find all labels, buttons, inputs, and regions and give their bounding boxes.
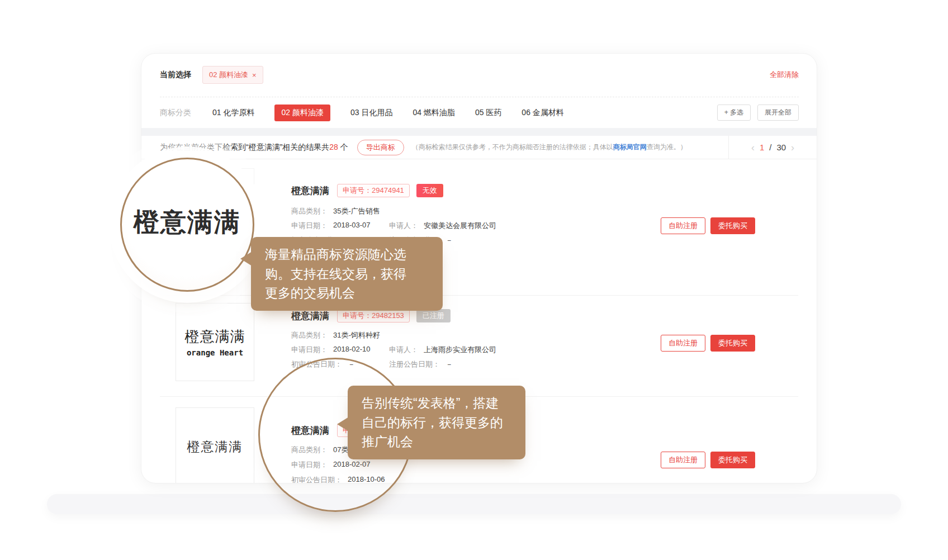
tab-04-fuel-grease[interactable]: 04 燃料油脂 xyxy=(413,108,454,118)
selected-filter-tag[interactable]: 02 颜料油漆 × xyxy=(202,66,263,84)
category-tabs: 01 化学原料 02 颜料油漆 03 日化用品 04 燃料油脂 05 医药 06… xyxy=(212,105,564,121)
close-icon[interactable]: × xyxy=(252,71,257,79)
application-number-tag: 申请号：29474941 xyxy=(337,184,410,197)
notice-line: 初审公告日期：－ 注册公告日期：－ xyxy=(291,359,487,369)
field-value: 2018-02-07 xyxy=(333,460,371,470)
current-page: 1 xyxy=(760,143,764,152)
row-actions: 自助注册 委托购买 xyxy=(661,335,755,352)
field-value: － xyxy=(445,359,453,369)
magnifier-circle-large: 橙意满满 xyxy=(120,158,254,292)
entrust-buy-button[interactable]: 委托购买 xyxy=(710,452,755,468)
field-value: 安徽美达会展有限公司 xyxy=(424,221,496,231)
self-register-button[interactable]: 自助注册 xyxy=(661,217,705,234)
field-label: 商品类别： xyxy=(291,330,328,340)
field-label: 申请日期： xyxy=(291,460,328,470)
trademark-image-text: 橙意满满 xyxy=(185,327,245,347)
category-label: 商标分类 xyxy=(160,108,191,118)
summary-unit: 个 xyxy=(338,143,348,151)
trademark-image: 橙意满满 orange Heart xyxy=(176,303,254,381)
callout-bubble-promo: 告别传统“发表格”，搭建 自己的标行，获得更多的 推广机会 xyxy=(348,386,525,459)
summary-text: 为你在当前分类下检索到“橙意满满”相关的结果共 xyxy=(160,143,329,151)
field-label: 申请日期： xyxy=(291,345,328,355)
category-tab-bar: 商标分类 01 化学原料 02 颜料油漆 03 日化用品 04 燃料油脂 05 … xyxy=(160,97,799,128)
results-header: 为你在当前分类下检索到“橙意满满”相关的结果共28 个 导出商标 （商标检索结果… xyxy=(141,136,817,159)
trademark-office-link[interactable]: 商标局官网 xyxy=(613,143,647,151)
self-register-button[interactable]: 自助注册 xyxy=(661,335,705,352)
field-label: 申请日期： xyxy=(291,221,328,231)
disclaimer-pre: （商标检索结果仅供参考，不作为商标能否注册的法律依据；具体以 xyxy=(412,143,613,151)
clear-all-button[interactable]: 全部清除 xyxy=(770,70,799,80)
date-line: 申请日期：2018-02-07 xyxy=(291,460,389,470)
tab-02-paint-selected[interactable]: 02 颜料油漆 xyxy=(274,105,330,121)
application-number-label: 申请号： xyxy=(343,311,372,320)
field-value: － xyxy=(348,359,355,369)
prev-page-icon[interactable]: ‹ xyxy=(751,143,755,153)
field-value: 2018-03-07 xyxy=(333,221,371,231)
tab-05-medicine[interactable]: 05 医药 xyxy=(475,108,501,118)
status-badge: 无效 xyxy=(416,184,443,197)
multi-select-button[interactable]: + 多选 xyxy=(717,105,751,121)
field-label: 商品类别： xyxy=(291,206,328,216)
field-label: 注册公告日期： xyxy=(389,359,440,369)
results-count: 28 xyxy=(329,143,338,151)
application-number-label: 申请号： xyxy=(343,186,372,194)
title-line: 橙意满满 申请号：29482153 已注册 xyxy=(291,309,451,322)
callout-bubble-trade: 海量精品商标资源随心选 购。支持在线交易，获得 更多的交易机会 xyxy=(251,237,443,311)
field-value: 上海雨步实业有限公司 xyxy=(424,345,496,355)
field-value: 31类-饲料种籽 xyxy=(333,330,380,340)
trademark-name: 橙意满满 xyxy=(291,310,329,322)
tab-01-chemical[interactable]: 01 化学原料 xyxy=(212,108,254,118)
next-page-icon[interactable]: › xyxy=(791,143,794,153)
category-line: 商品类别：31类-饲料种籽 xyxy=(291,330,389,340)
magnified-trademark-text: 橙意满满 xyxy=(134,205,241,240)
notice-line: 初审公告日期：2018-10-06 xyxy=(291,475,389,483)
status-badge: 已注册 xyxy=(416,309,451,322)
current-selection-label: 当前选择 xyxy=(160,70,191,80)
trademark-name: 橙意满满 xyxy=(291,184,329,197)
field-label: 商品类别： xyxy=(291,445,328,455)
field-value: － xyxy=(445,235,453,245)
current-selection-bar: 当前选择 02 颜料油漆 × 全部清除 xyxy=(160,61,799,88)
application-number-tag: 申请号：29482153 xyxy=(337,309,410,322)
row-actions: 自助注册 委托购买 xyxy=(661,452,755,468)
results-summary-area: 为你在当前分类下检索到“橙意满满”相关的结果共28 个 导出商标 （商标检索结果… xyxy=(160,136,687,159)
field-label: 申请人： xyxy=(389,345,418,355)
date-applicant-line: 申请日期：2018-03-07 申请人：安徽美达会展有限公司 xyxy=(291,221,496,231)
trademark-image: 橙意满满 xyxy=(176,407,254,483)
trademark-image-subtext: orange Heart xyxy=(187,348,243,357)
page: 当前选择 02 颜料油漆 × 全部清除 商标分类 01 化学原料 02 颜料油漆… xyxy=(0,0,948,560)
entrust-buy-button[interactable]: 委托购买 xyxy=(710,335,755,352)
application-number-value: 29474941 xyxy=(372,186,404,194)
date-applicant-line: 申请日期：2018-02-10 申请人：上海雨步实业有限公司 xyxy=(291,345,496,355)
title-line: 橙意满满 申请号：29474941 无效 xyxy=(291,184,443,197)
field-label: 申请人： xyxy=(389,221,418,231)
laptop-base xyxy=(47,494,901,514)
tab-06-metal[interactable]: 06 金属材料 xyxy=(522,108,563,118)
row-actions: 自助注册 委托购买 xyxy=(661,217,755,234)
trademark-image-text: 橙意满满 xyxy=(187,438,243,455)
total-pages: 30 xyxy=(776,143,786,152)
expand-all-button[interactable]: 展开全部 xyxy=(757,105,799,121)
field-value: 2018-02-10 xyxy=(333,345,371,355)
application-number-value: 29482153 xyxy=(372,311,404,320)
trademark-name: 橙意满满 xyxy=(291,424,329,437)
field-label: 初审公告日期： xyxy=(291,359,342,369)
field-label: 初审公告日期： xyxy=(291,475,342,483)
export-trademark-button[interactable]: 导出商标 xyxy=(357,140,404,155)
disclaimer-text: （商标检索结果仅供参考，不作为商标能否注册的法律依据；具体以商标局官网查询为准。… xyxy=(412,143,687,152)
category-line: 商品类别：35类-广告销售 xyxy=(291,206,389,216)
tab-03-daily-chemical[interactable]: 03 日化用品 xyxy=(350,108,392,118)
results-summary: 为你在当前分类下检索到“橙意满满”相关的结果共28 个 xyxy=(160,143,348,153)
page-separator: / xyxy=(769,143,771,152)
tab-actions: + 多选 展开全部 xyxy=(717,105,799,121)
selected-filter-tag-label: 02 颜料油漆 xyxy=(209,70,248,80)
field-value: 2018-10-06 xyxy=(348,475,385,483)
section-gap xyxy=(141,128,817,136)
pagination: ‹ 1 / 30 › xyxy=(728,136,817,159)
field-value: 35类-广告销售 xyxy=(333,206,380,216)
entrust-buy-button[interactable]: 委托购买 xyxy=(710,217,755,234)
self-register-button[interactable]: 自助注册 xyxy=(661,452,705,468)
disclaimer-post: 查询为准。） xyxy=(647,143,687,151)
